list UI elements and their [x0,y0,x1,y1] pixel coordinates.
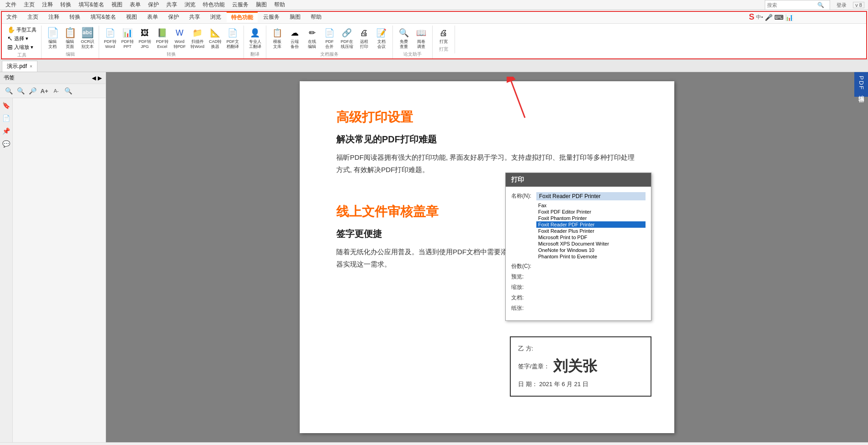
sidebar-tool-zoom-in[interactable]: 🔍 [4,86,14,96]
menu-item-home[interactable]: 主页 [20,0,38,10]
menu-item-view[interactable]: 视图 [108,0,126,10]
sidebar-tools: 🔍 🔍 🔎 A+ A- 🔍 [0,84,106,98]
tab-mindmap[interactable]: 脑图 [285,12,305,22]
printer-phantom-evernote[interactable]: Phantom Print to Evernote [536,253,646,260]
logo-s: S [749,12,754,22]
online-edit-btn[interactable]: ✏ 在线编辑 [304,26,320,50]
ocr-btn[interactable]: 🔤 OCR识别文本 [79,26,96,50]
pdf-to-excel-label: PDF转Excel [156,39,169,49]
edit-page-btn[interactable]: 📋 编辑页面 [62,26,78,50]
remote-print-btn[interactable]: 🖨 远程打印 [356,26,372,50]
menu-item-special[interactable]: 特色功能 [199,0,228,10]
menu-item-form[interactable]: 表单 [126,0,144,10]
printer-foxit-reader-plus[interactable]: Foxit Reader Plus Printer [536,228,646,234]
edit-page-label: 编辑页面 [66,39,74,49]
sidebar-nav-next[interactable]: ▶ [98,75,102,81]
menu-item-annotation[interactable]: 注释 [38,0,57,10]
human-translate-icon: 👤 [249,26,261,39]
cad-converter-btn[interactable]: 📐 CAD转换器 [207,26,223,50]
print-wide-btn[interactable]: 🖨 打宽 [435,26,452,45]
tab-help[interactable]: 帮助 [306,12,326,22]
doc-tab-close[interactable]: × [30,64,32,69]
edit-doc-icon: 📄 [46,26,59,39]
pdf-to-ppt-label: PDF转PPT [122,39,134,49]
tab-view[interactable]: 视图 [122,12,142,22]
pdf-merge-icon: 📄 [323,26,336,39]
doc-tab[interactable]: 演示.pdf × [2,61,37,72]
edit-page-icon: 📋 [64,26,76,39]
tab-protect[interactable]: 保护 [164,12,184,22]
tab-form[interactable]: 表单 [143,12,163,22]
check-duplicate-btn[interactable]: 🔍 免费查重 [396,26,412,50]
edit-doc-btn[interactable]: 📄 编辑文档 [44,26,61,50]
printer-foxit-phantom[interactable]: Foxit Phantom Printer [536,215,646,221]
menu-item-share[interactable]: 共享 [163,0,181,10]
toolbar-chart[interactable]: 📊 [785,14,793,21]
doc-meeting-btn[interactable]: 📝 文档会议 [373,26,390,50]
tab-home[interactable]: 主页 [23,12,43,22]
scan-to-word-btn[interactable]: 📁 扫描件转Word [189,26,206,50]
pdf-to-word-btn[interactable]: 📄 PDF转Word [102,26,118,50]
tab-fill-sign[interactable]: 填写&签名 [86,12,121,22]
tab-special[interactable]: 特色功能 [227,12,258,22]
menu-item-browse[interactable]: 浏览 [181,0,199,10]
pdf-page: 高级打印设置 解决常见的PDF打印难题 福昕PDF阅读器拥有强大的打印功能, 界… [300,81,674,433]
login-text[interactable]: 登录 [833,1,850,10]
check-dup-label: 免费查重 [400,39,408,49]
printer-ms-pdf[interactable]: Microsoft Print to PDF [536,234,646,241]
search-input[interactable] [767,2,813,8]
printer-onenote[interactable]: OneNote for Windows 10 [536,247,646,253]
pdf-to-excel-btn[interactable]: 📗 PDF转Excel [154,26,170,50]
menu-item-protect[interactable]: 保护 [144,0,163,10]
tab-convert[interactable]: 转换 [65,12,85,22]
sidebar-tool-font-small[interactable]: A- [51,86,61,96]
pdf-compress-btn[interactable]: 🔗 PDF在线压缩 [339,26,355,50]
printer-ms-xps[interactable]: Microsoft XPS Document Writer [536,241,646,247]
sidebar-icon-4[interactable]: 💬 [2,140,10,147]
human-translate-btn[interactable]: 👤 专业人工翻译 [247,26,263,50]
content-area: 高级打印设置 解决常见的PDF打印难题 福昕PDF阅读器拥有强大的打印功能, 界… [106,72,868,442]
stamp-date-value: 2021 年 6 月 21 日 [539,381,588,387]
pdf-editor-label[interactable]: PDF编辑器 [854,72,868,97]
print-name-input[interactable]: Foxit Reader PDF Printer [536,192,646,200]
pdf-to-ppt-btn[interactable]: 📊 PDF转PPT [119,26,136,50]
printer-fax[interactable]: Fax [536,202,646,209]
pdf-translate-btn[interactable]: 📄 PDF文档翻译 [224,26,241,50]
sidebar-tool-font-large[interactable]: A+ [39,86,49,96]
survey-label: 阅卷调查 [417,39,425,49]
zoom-btn[interactable]: ⊞ 入缩放 ▾ [5,43,38,51]
pdf-to-jpg-icon: 🖼 [138,26,151,39]
toolbar-keyboard[interactable]: ⌨ [774,14,783,21]
tab-annotation[interactable]: 注释 [44,12,64,22]
sidebar-tool-zoom-out[interactable]: 🔍 [16,86,26,96]
printer-foxit-reader[interactable]: Foxit Reader PDF Printer [536,221,646,228]
menu-item-cloud[interactable]: 云服务 [228,0,252,10]
sidebar-icon-3[interactable]: 📌 [2,127,10,135]
word-to-pdf-btn[interactable]: W Word转PDF [171,26,188,50]
sidebar-tool-fit[interactable]: 🔎 [27,86,37,96]
cloud-backup-btn[interactable]: ☁ 云端备份 [286,26,303,50]
tab-file[interactable]: 文件 [2,12,22,22]
tab-browse[interactable]: 浏览 [206,12,226,22]
menu-item-file[interactable]: 文件 [2,0,20,10]
tab-cloud[interactable]: 云服务 [259,12,284,22]
menu-item-help[interactable]: 帮助 [270,0,289,10]
sidebar-icon-2[interactable]: 📄 [2,115,10,122]
hand-tool-btn[interactable]: ✋ 手型工具 [5,26,38,34]
sidebar-nav-prev[interactable]: ◀ [92,75,96,81]
pdf-to-jpg-btn[interactable]: 🖼 PDF转JPG [137,26,153,50]
select-btn[interactable]: ↖ 选择 ▾ [5,34,38,42]
tab-share[interactable]: 共享 [185,12,205,22]
search-box[interactable]: 🔍 [765,0,830,10]
toolbar-mic[interactable]: 🎤 [765,14,773,21]
doc-meeting-icon: 📝 [375,26,388,39]
template-btn[interactable]: 📋 模板文库 [269,26,286,50]
sidebar-tool-search[interactable]: 🔍 [63,86,73,96]
printer-foxit-editor[interactable]: Foxit PDF Editor Printer [536,209,646,215]
sidebar-icon-1[interactable]: 🔖 [2,102,10,109]
menu-item-convert[interactable]: 转换 [57,0,75,10]
menu-item-mindmap[interactable]: 脑图 [252,0,270,10]
menu-item-sign[interactable]: 填写&签名 [75,0,108,10]
pdf-merge-btn[interactable]: 📄 PDF合并 [321,26,338,50]
survey-btn[interactable]: 📖 阅卷调查 [413,26,429,50]
